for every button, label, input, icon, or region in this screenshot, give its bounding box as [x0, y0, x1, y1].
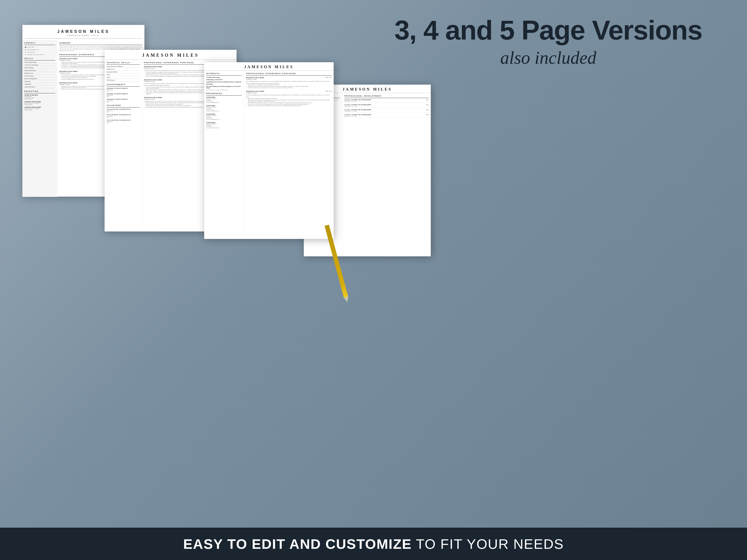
- ref-1: NAME HERE Reference's Job Title Company …: [206, 97, 242, 103]
- linkedin-icon: in: [24, 54, 26, 55]
- page2-header: JAMESON MILES: [105, 50, 236, 60]
- edu-item-2: CERTIFICATION HERE State, University or …: [24, 101, 55, 105]
- interest-4: Heli-Skiing: [206, 83, 242, 85]
- interest-2: Volunteering at local YMCA: [206, 79, 242, 80]
- interest-3: Conquering every north east mountain wit…: [206, 81, 242, 83]
- page1-left-col: CONTACT ☎ 123.456.7891 ✉ youremail@gmail…: [22, 40, 57, 197]
- header-area: 3, 4 and 5 Page Versions also included: [394, 15, 702, 68]
- page3-exp-2: POSITION TITLE HERE Date - Date Company,…: [246, 90, 332, 106]
- interest-1: Coaching Little League: [206, 77, 242, 78]
- prodev-2: CLASS, COURSE OR WORKSHOP Organization o…: [344, 104, 429, 108]
- skill-contracts: Contracts & Negotiations: [24, 64, 55, 66]
- page3-left-col: INTERESTS Coaching Little League Volunte…: [204, 71, 244, 236]
- tech-skills-title: TECHNICAL SKILLS: [107, 62, 140, 63]
- skill-costs: Reducing Costs: [24, 73, 55, 75]
- tech-skill-4: Asana: [107, 74, 140, 76]
- vol-3: VOLUNTEER EXPERIENCE Organization Date: [107, 119, 140, 124]
- page2-left-col: TECHNICAL SKILLS Adobe Illustrator & InD…: [105, 60, 142, 228]
- edu-item-1: NAME OF DEGREE Concentration University,…: [24, 94, 55, 100]
- page3-name: JAMESON MILES: [207, 65, 331, 69]
- email-icon: ✉: [24, 49, 26, 51]
- location-icon: ⊙: [24, 51, 26, 53]
- skill-conflict: Conflict Resolution: [24, 86, 55, 88]
- interests-title: INTERESTS: [206, 73, 242, 74]
- tech-skill-5: Trello: [107, 77, 140, 79]
- achievements-title: ACHIEVEMENTS: [107, 84, 140, 85]
- tech-skill-1: Adobe Illustrator & InDesign: [107, 66, 140, 68]
- vol-1: VOLUNTEER EXPERIENCE Organization Date: [107, 108, 140, 112]
- prodev-1: CLASS, COURSE OR WORKSHOP Organization o…: [344, 99, 429, 103]
- skill-planning: Project Planning: [24, 67, 55, 69]
- summary-section-title: SUMMARY: [59, 42, 143, 44]
- page1-name: JAMESON MILES: [22, 25, 145, 34]
- resume-page-3: JAMESON MILES INTERESTS Coaching Little …: [204, 62, 334, 239]
- header-title: 3, 4 and 5 Page Versions: [394, 15, 702, 45]
- page3-exp-1: POSITION TITLE HERE Date - Date Company,…: [246, 77, 332, 88]
- contact-section-title: CONTACT: [24, 42, 55, 44]
- tech-skill-6: CRM Software: [107, 79, 140, 82]
- skill-process: Process Improvement: [24, 61, 55, 64]
- volunteer-title: VOLUNTEER: [107, 105, 140, 106]
- contact-linkedin: in LinkedIn.com/in/ First-Lastname: [24, 54, 55, 55]
- award-1: AWARD/ACHIEVEMENT Organization Date: [107, 88, 140, 91]
- exp-cont-title-3: PROFESSIONAL EXPERIENCE continued: [246, 73, 332, 74]
- vol-2: VOLUNTEER EXPERIENCE Organization Date: [107, 114, 140, 118]
- award-3: AWARD/ACHIEVEMENT Organization Date: [107, 99, 140, 103]
- page2-name: JAMESON MILES: [108, 53, 234, 58]
- interest-5: Hot Sauce Enthusiast (currently making m…: [206, 86, 242, 88]
- award-2: AWARD/ACHIEVEMENT Organization Date: [107, 93, 140, 97]
- edu-item-3: CERTIFICATION HERE State, University or …: [24, 107, 55, 110]
- contact-email: ✉ youremail@gmail.com: [24, 49, 55, 51]
- contact-phone: ☎ 123.456.7891: [24, 46, 55, 48]
- page3-right-col: PROFESSIONAL EXPERIENCE continued POSITI…: [244, 71, 334, 236]
- prodev-3: CLASS, COURSE OR WORKSHOP Organization o…: [344, 109, 429, 113]
- ref-2: NAME HERE Reference's Job Title Company …: [206, 105, 242, 111]
- ref-3: NAME HERE Reference's Job Title Company …: [206, 113, 242, 120]
- skill-adaptability: Adaptability: [24, 83, 55, 86]
- header-subtitle: also included: [394, 48, 702, 68]
- ref-4: NAME HERE Reference's Job Title Company …: [206, 122, 242, 128]
- prodev-4: CLASS, COURSE OR WORKSHOP Organization o…: [344, 114, 429, 118]
- page1-title: PROFESSIONAL TITLE: [22, 34, 145, 36]
- tech-skill-2: HTML & CSS: [107, 69, 140, 71]
- prodev-title: PROFESSIONAL DEVELOPMENT: [344, 95, 429, 97]
- page3-header: JAMESON MILES: [204, 62, 334, 71]
- education-section-title: EDUCATION: [24, 90, 55, 92]
- bottom-banner: EASY TO EDIT AND CUSTOMIZE TO FIT YOUR N…: [0, 528, 747, 560]
- contact-location: ⊙ Your City, State: [24, 51, 55, 53]
- tech-skill-3: Hootsuite & Buffer: [107, 71, 140, 74]
- skills-section-title: SKILLS: [24, 57, 55, 59]
- bottom-text: EASY TO EDIT AND CUSTOMIZE TO FIT YOUR N…: [183, 536, 564, 552]
- references-title: REFERENCES: [206, 92, 242, 94]
- phone-icon: ☎: [24, 46, 26, 48]
- interest-note: Use this section to connect with the rea…: [206, 89, 242, 90]
- skill-risk: Risk Assessment: [24, 75, 55, 77]
- skill-efficiency: Improving Efficiency: [24, 70, 55, 72]
- skill-leadership: Leadership: [24, 81, 55, 83]
- page4-right-col: PROFESSIONAL DEVELOPMENT CLASS, COURSE O…: [342, 93, 431, 254]
- skill-resource: Resource Management: [24, 78, 55, 80]
